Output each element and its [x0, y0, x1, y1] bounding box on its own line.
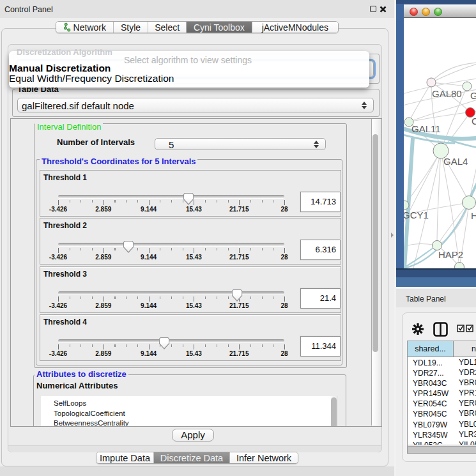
svg-text:CD: CD: [472, 116, 476, 127]
svg-text:HAP2: HAP2: [438, 249, 463, 260]
svg-text:GAL80: GAL80: [432, 88, 462, 99]
svg-text:GCY1: GCY1: [404, 210, 429, 220]
svg-text:GAL11: GAL11: [411, 123, 441, 134]
svg-text:GAL4: GAL4: [443, 156, 468, 167]
svg-text:GA: GA: [470, 90, 476, 101]
svg-text:HA: HA: [471, 210, 476, 221]
